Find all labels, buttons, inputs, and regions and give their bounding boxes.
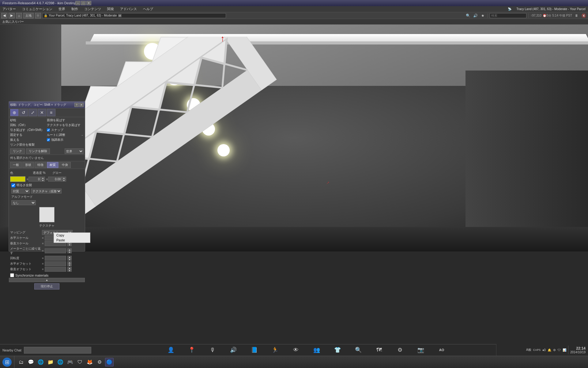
option-stretch[interactable]: 引き延ばす（Ctrl+Shift）	[10, 128, 47, 132]
option-rotate[interactable]: 回転（Ctrl）	[10, 123, 47, 128]
tab-contents[interactable]: 中身	[59, 162, 71, 168]
option-spin[interactable]: 振える	[10, 137, 47, 142]
menu-advance[interactable]: アドバンス	[119, 6, 138, 12]
menu-content[interactable]: コンテンツ	[83, 6, 102, 12]
tab-shape[interactable]: 形状	[22, 162, 34, 168]
option-stretch-tex[interactable]: テクスチャを引き延ばす	[47, 123, 84, 128]
search-btn[interactable]: 🔍	[354, 346, 363, 354]
menu-dev[interactable]: 関発	[106, 6, 115, 12]
chat-input[interactable]	[24, 347, 91, 354]
mute-btn[interactable]: 🔇	[581, 13, 587, 19]
gear-btn[interactable]: ⚙	[396, 346, 404, 354]
v-scale-down[interactable]: ▼	[67, 243, 72, 246]
unlink-button[interactable]: リンクを解除	[26, 148, 50, 154]
taskbar-antivirus[interactable]: 🛡	[76, 358, 84, 366]
tray-icon4[interactable]: 📊	[563, 348, 566, 352]
snap-checkbox[interactable]	[47, 128, 50, 132]
paste-menu-item[interactable]: Paste	[54, 238, 90, 243]
ao-btn[interactable]: AO	[437, 346, 446, 354]
land-tool[interactable]: ≡	[47, 109, 55, 116]
maximize-button[interactable]: □	[81, 1, 86, 5]
v-offset-input[interactable]: 0.00000	[45, 267, 66, 272]
option-lock[interactable]: 固定する	[10, 132, 47, 137]
people-btn[interactable]: 👥	[312, 346, 321, 354]
confirm-button[interactable]: 現行停止	[34, 283, 59, 289]
option-drag[interactable]: 砂粒	[10, 118, 47, 123]
scroll-up-btn[interactable]: ▲	[9, 278, 85, 282]
glow-input[interactable]	[48, 177, 62, 182]
rotation-input[interactable]: 0.00000	[45, 256, 66, 261]
option-duplicate[interactable]: リンク部分を複製	[10, 142, 47, 147]
sound-icon[interactable]: 🔊	[472, 13, 478, 19]
texture-preview[interactable]	[39, 207, 55, 222]
avatar-btn[interactable]: 👤	[167, 346, 175, 354]
taskbar-ie[interactable]: 🌐	[36, 358, 45, 366]
search-input[interactable]	[490, 13, 526, 18]
copy-menu-item[interactable]: Copy	[54, 233, 90, 238]
taskbar-firefox[interactable]: 🦊	[85, 358, 94, 366]
repeats-up[interactable]: ▲	[67, 248, 72, 251]
start-button[interactable]: ⊞	[2, 358, 12, 367]
favorites-icon[interactable]: ★	[480, 13, 486, 19]
camera-btn[interactable]: 👁	[292, 346, 300, 354]
transparency-up[interactable]: ▲	[41, 177, 45, 179]
record-btn[interactable]: ⏸	[573, 13, 579, 19]
panel-help-btn[interactable]: ?	[74, 103, 79, 107]
rotate-tool[interactable]: ↺	[19, 109, 28, 116]
tab-feature[interactable]: 特徴	[35, 162, 46, 168]
link-button[interactable]: リンク	[10, 148, 25, 154]
alpha-select[interactable]: なし	[11, 200, 36, 205]
bookmark-icon[interactable]: ☆	[35, 13, 41, 18]
land-button[interactable]: 土地	[23, 13, 34, 18]
move-tool[interactable]: ⊕	[10, 109, 19, 116]
move-btn[interactable]: 🏃	[271, 346, 279, 354]
menu-create[interactable]: 制作	[70, 6, 79, 12]
taskbar-settings[interactable]: ⚙	[95, 358, 104, 366]
color-picker[interactable]	[10, 176, 25, 182]
map-btn[interactable]: 🗺	[375, 346, 383, 354]
glow-up[interactable]: ▲	[62, 177, 66, 179]
back-button[interactable]: ◀	[1, 13, 7, 18]
material-select[interactable]: 付質	[11, 189, 30, 194]
taskbar-folder[interactable]: 📁	[46, 358, 55, 366]
taskbar-firestorm[interactable]: 🔵	[105, 358, 114, 366]
minimize-button[interactable]: ─	[75, 1, 80, 5]
transparency-down[interactable]: ▼	[41, 179, 45, 182]
h-offset-input[interactable]: 0.00000	[45, 261, 66, 266]
menu-world[interactable]: 世界	[57, 6, 66, 12]
menu-avatar[interactable]: アバター	[1, 6, 17, 12]
repeats-input[interactable]: 2.00000	[45, 248, 66, 253]
minimap-btn[interactable]: 📍	[187, 346, 196, 354]
sound-btn[interactable]: 🔊	[229, 346, 238, 354]
rotation-up[interactable]: ▲	[67, 256, 72, 258]
facebook-btn[interactable]: 📘	[250, 346, 258, 354]
menu-help[interactable]: ヘルプ	[142, 6, 154, 12]
panel-close-btn[interactable]: ✕	[79, 103, 84, 107]
forward-button[interactable]: ▶	[9, 13, 15, 18]
rotation-down[interactable]: ▼	[67, 258, 72, 261]
h-offset-up[interactable]: ▲	[67, 261, 72, 264]
taskbar-explorer[interactable]: 🗂	[17, 358, 25, 366]
home-button[interactable]: ⌂	[16, 13, 22, 18]
repeats-down[interactable]: ▼	[67, 251, 72, 253]
scale-tool[interactable]: ⤢	[28, 109, 37, 116]
taskbar-chrome[interactable]: 🌐	[56, 358, 65, 366]
select-tool[interactable]: ✕	[38, 109, 46, 116]
sync-checkbox[interactable]	[10, 273, 14, 277]
tab-material[interactable]: 材質	[47, 162, 58, 168]
option-highlight[interactable]: 強調表示	[47, 137, 84, 142]
v-offset-up[interactable]: ▲	[67, 267, 72, 269]
tray-icon1[interactable]: 🔔	[548, 348, 551, 352]
option-snap[interactable]: スナップ	[47, 128, 84, 132]
menu-communication[interactable]: コミュニケーション	[21, 6, 54, 12]
fullbright-checkbox[interactable]	[11, 183, 15, 187]
voice-btn[interactable]: 🎙	[208, 346, 217, 354]
appearance-btn[interactable]: 👕	[333, 346, 342, 354]
option-stretch-face[interactable]: 面側を延ばす	[47, 118, 84, 123]
tray-icon2[interactable]: ⚙	[553, 348, 556, 352]
transparency-input[interactable]	[28, 177, 41, 182]
taskbar-chat[interactable]: 💬	[27, 358, 35, 366]
world-select[interactable]: 世界 ローカル	[65, 148, 84, 154]
tab-general[interactable]: 一般	[10, 162, 22, 168]
texture-type-select[interactable]: テクスチャ（拡散）	[31, 189, 62, 194]
